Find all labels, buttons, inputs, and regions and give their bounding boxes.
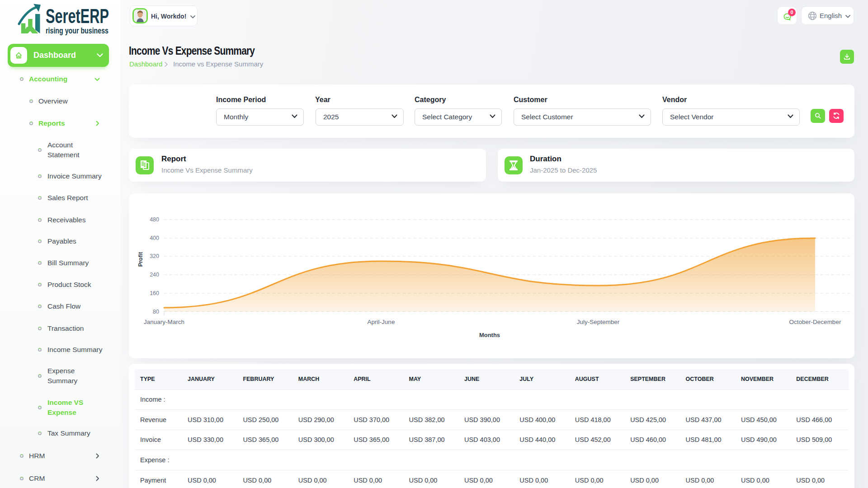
svg-text:240: 240 bbox=[150, 272, 159, 278]
svg-text:July-September: July-September bbox=[577, 319, 620, 325]
svg-text:80: 80 bbox=[153, 309, 159, 315]
svg-text:rising your business: rising your business bbox=[46, 26, 108, 35]
svg-text:January-March: January-March bbox=[144, 319, 184, 325]
svg-text:Profit: Profit bbox=[137, 252, 144, 267]
svg-text:320: 320 bbox=[150, 253, 159, 259]
svg-text:Months: Months bbox=[479, 332, 500, 338]
svg-text:160: 160 bbox=[150, 290, 159, 296]
svg-text:SeretERP: SeretERP bbox=[46, 5, 109, 27]
svg-text:480: 480 bbox=[150, 216, 159, 223]
svg-text:400: 400 bbox=[150, 235, 159, 241]
svg-text:April-June: April-June bbox=[368, 319, 395, 325]
svg-text:October-December: October-December bbox=[789, 319, 841, 325]
